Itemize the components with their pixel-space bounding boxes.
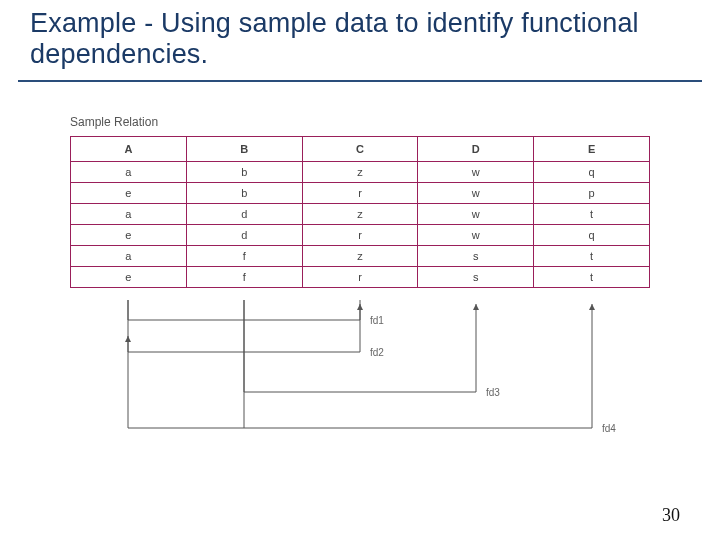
table-header-row: A B C D E [71,137,650,162]
fd-svg: fd1 fd2 fd3 fd4 [70,300,650,470]
cell: w [418,204,534,225]
col-A: A [71,137,187,162]
col-E: E [534,137,650,162]
table-row: e b r w p [71,183,650,204]
cell: w [418,162,534,183]
cell: p [534,183,650,204]
cell: w [418,183,534,204]
slide-title: Example - Using sample data to identify … [30,8,680,70]
cell: z [302,204,418,225]
cell: a [71,204,187,225]
table-row: a d z w t [71,204,650,225]
fd4-label: fd4 [602,423,616,434]
cell: d [186,204,302,225]
fd-diagram: fd1 fd2 fd3 fd4 [70,300,650,470]
sample-relation-table: A B C D E a b z w q e b r [70,136,650,288]
fd1-label: fd1 [370,315,384,326]
cell: f [186,267,302,288]
title-underline [18,80,702,82]
cell: b [186,162,302,183]
cell: s [418,246,534,267]
cell: z [302,246,418,267]
cell: s [418,267,534,288]
cell: w [418,225,534,246]
page-number: 30 [662,505,680,526]
slide: Example - Using sample data to identify … [0,0,720,540]
cell: e [71,225,187,246]
cell: e [71,267,187,288]
cell: d [186,225,302,246]
cell: r [302,183,418,204]
cell: r [302,267,418,288]
fd1-path: fd1 [128,300,384,326]
table-row: a b z w q [71,162,650,183]
cell: e [71,183,187,204]
cell: q [534,225,650,246]
fd2-path: fd2 [128,300,384,358]
cell: t [534,267,650,288]
table-body: a b z w q e b r w p a d z w [71,162,650,288]
cell: a [71,246,187,267]
table-caption: Sample Relation [70,115,158,129]
col-D: D [418,137,534,162]
col-C: C [302,137,418,162]
cell: f [186,246,302,267]
table-row: a f z s t [71,246,650,267]
cell: z [302,162,418,183]
col-B: B [186,137,302,162]
cell: q [534,162,650,183]
fd2-label: fd2 [370,347,384,358]
cell: r [302,225,418,246]
cell: a [71,162,187,183]
table-row: e f r s t [71,267,650,288]
fd3-label: fd3 [486,387,500,398]
cell: b [186,183,302,204]
table: A B C D E a b z w q e b r [70,136,650,288]
cell: t [534,204,650,225]
cell: t [534,246,650,267]
table-row: e d r w q [71,225,650,246]
